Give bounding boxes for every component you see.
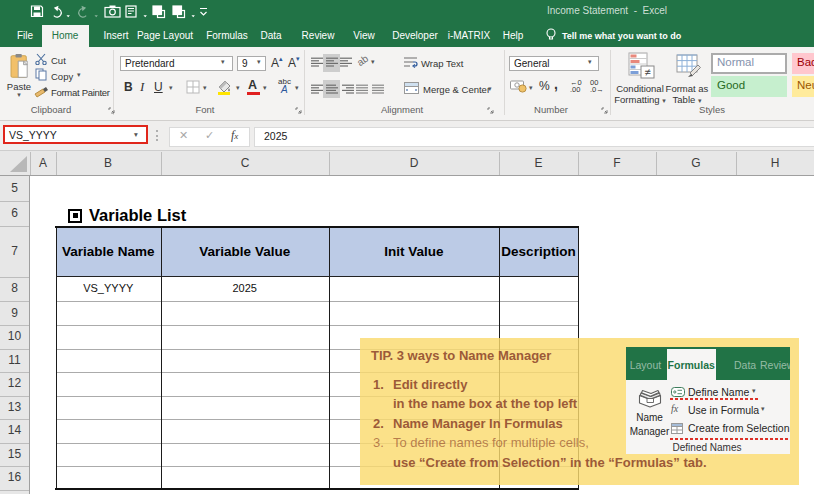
svg-text:≠: ≠ <box>644 66 650 78</box>
